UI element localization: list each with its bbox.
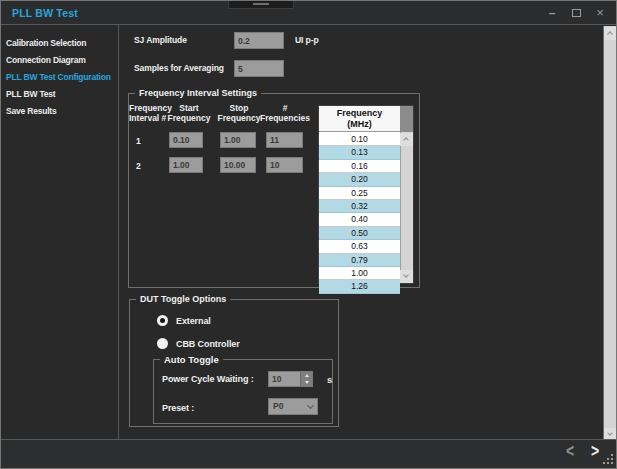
maximize-button[interactable] — [568, 6, 584, 20]
sidebar-item-pll-bw-test[interactable]: PLL BW Test — [1, 86, 118, 103]
cbb-controller-radio[interactable] — [157, 338, 168, 349]
chevron-up-icon — [607, 31, 613, 37]
frequency-row: 0.20 — [319, 173, 400, 186]
pll-bw-test-window: PLL BW Test – × Calibration Selection Co… — [0, 0, 617, 469]
power-cycle-waiting-spinner — [268, 371, 313, 387]
frequency-row: 0.40 — [319, 213, 400, 226]
frequency-interval-settings-title: Frequency Interval Settings — [135, 88, 261, 98]
resize-grip-icon[interactable] — [611, 462, 613, 464]
sidebar-item-save-results[interactable]: Save Results — [1, 103, 118, 120]
close-button[interactable]: × — [592, 6, 608, 20]
frequency-row: 1.00 — [319, 267, 400, 280]
power-cycle-waiting-unit: s — [327, 374, 332, 385]
window-title: PLL BW Test — [12, 7, 78, 19]
interval-2-stop-input[interactable] — [220, 157, 256, 173]
frequency-scroll-down-button[interactable] — [400, 270, 413, 283]
interval-1-index: 1 — [136, 136, 141, 146]
maximize-icon — [572, 9, 581, 17]
frequency-row: 0.79 — [319, 254, 400, 267]
frequency-row: 0.50 — [319, 227, 400, 240]
sidebar-item-connection-diagram[interactable]: Connection Diagram — [1, 52, 118, 69]
interval-1-start-input[interactable] — [169, 132, 203, 148]
bottom-bar: < > — [1, 440, 617, 469]
preset-dropdown-value: P0 — [273, 401, 283, 411]
column-header-stop-frequency: Stop Frequency — [217, 104, 261, 123]
sj-amplitude-label: SJ Amplitude — [134, 35, 187, 45]
samples-for-averaging-label: Samples for Averaging — [134, 63, 224, 73]
sj-amplitude-input[interactable] — [234, 32, 284, 49]
frequency-table-scrollbar[interactable] — [400, 106, 413, 283]
interval-1-count-input[interactable] — [266, 132, 303, 148]
external-radio-label[interactable]: External — [176, 316, 211, 326]
column-header-num-frequencies: # Frequencies — [259, 104, 311, 123]
power-cycle-waiting-input[interactable] — [269, 372, 301, 386]
power-cycle-waiting-label: Power Cycle Waiting : — [162, 374, 254, 384]
interval-2-index: 2 — [136, 161, 141, 171]
frequency-row: 0.25 — [319, 187, 400, 200]
window-drag-handle[interactable] — [228, 1, 294, 9]
spinner-down-button[interactable] — [300, 379, 312, 386]
next-page-button[interactable]: > — [591, 441, 599, 461]
preset-dropdown[interactable]: P0 — [268, 398, 318, 415]
spinner-up-icon — [305, 374, 309, 377]
frequency-table: Frequency (MHz) 0.10 0.13 0.16 0.20 0.25… — [318, 105, 414, 284]
chevron-down-icon — [607, 430, 613, 436]
dut-toggle-options-title: DUT Toggle Options — [136, 294, 230, 304]
frequency-row: 0.32 — [319, 200, 400, 213]
minimize-icon: – — [549, 6, 556, 20]
auto-toggle-title: Auto Toggle — [160, 354, 223, 365]
sidebar-item-calibration-selection[interactable]: Calibration Selection — [1, 35, 118, 52]
title-bar: PLL BW Test – × — [1, 1, 616, 25]
previous-page-button[interactable]: < — [566, 441, 574, 461]
frequency-row: 1.26 — [319, 280, 400, 293]
minimize-button[interactable]: – — [544, 6, 560, 20]
column-header-start-frequency: Start Frequency — [167, 104, 211, 123]
chevron-down-icon — [403, 272, 409, 278]
preset-label: Preset : — [162, 403, 194, 413]
dropdown-chevron-icon — [307, 402, 314, 409]
frequency-row: 0.13 — [319, 146, 400, 159]
frequency-table-rows: 0.10 0.13 0.16 0.20 0.25 0.32 0.40 0.50 … — [319, 133, 400, 283]
content-scroll-up-button[interactable] — [604, 27, 617, 40]
interval-1-stop-input[interactable] — [220, 132, 256, 148]
samples-for-averaging-input[interactable] — [234, 60, 284, 77]
sidebar-item-pll-bw-test-configuration[interactable]: PLL BW Test Configuration — [1, 69, 118, 86]
frequency-scroll-up-button[interactable] — [400, 133, 413, 146]
frequency-row: 0.63 — [319, 240, 400, 253]
frequency-scrollbar-track[interactable] — [400, 132, 413, 283]
cbb-controller-radio-label[interactable]: CBB Controller — [176, 339, 240, 349]
frequency-row: 0.16 — [319, 160, 400, 173]
frequency-table-header: Frequency (MHz) — [319, 106, 400, 132]
external-radio[interactable] — [157, 315, 168, 326]
spinner-down-icon — [305, 381, 309, 384]
interval-2-count-input[interactable] — [266, 157, 303, 173]
spinner-up-button[interactable] — [300, 372, 312, 379]
content-scrollbar[interactable] — [603, 26, 617, 442]
drag-handle-icon — [253, 3, 269, 5]
chevron-up-icon — [403, 137, 409, 143]
sj-amplitude-unit: UI p-p — [295, 35, 318, 45]
frequency-row: 0.10 — [319, 133, 400, 146]
sidebar: Calibration Selection Connection Diagram… — [1, 25, 118, 439]
sidebar-divider — [118, 25, 119, 439]
interval-2-start-input[interactable] — [169, 157, 203, 173]
close-icon: × — [596, 5, 604, 20]
